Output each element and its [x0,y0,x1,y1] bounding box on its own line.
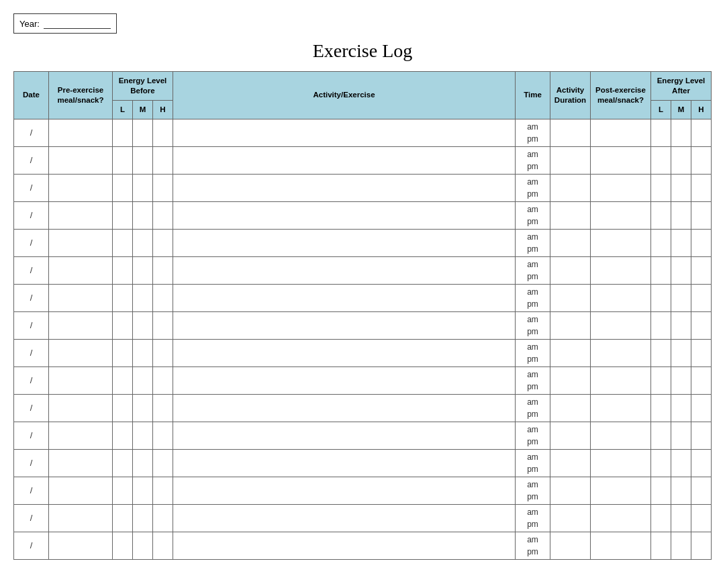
date-cell[interactable]: / [14,256,49,284]
pre-meal-cell[interactable] [49,174,113,201]
time-cell[interactable]: ampm [516,174,550,201]
post-meal-cell[interactable] [591,422,651,449]
pre-meal-cell[interactable] [49,201,113,229]
l-after-cell[interactable] [651,201,671,229]
pre-meal-cell[interactable] [49,366,113,394]
h-after-cell[interactable] [691,174,712,201]
pre-meal-cell[interactable] [49,146,113,174]
date-cell[interactable]: / [14,339,49,366]
h-before-cell[interactable] [153,119,173,146]
m-before-cell[interactable] [133,366,153,394]
m-after-cell[interactable] [671,229,691,256]
duration-cell[interactable] [550,477,591,504]
post-meal-cell[interactable] [591,394,651,422]
m-before-cell[interactable] [133,119,153,146]
duration-cell[interactable] [550,504,591,532]
m-before-cell[interactable] [133,174,153,201]
m-before-cell[interactable] [133,422,153,449]
h-after-cell[interactable] [691,146,712,174]
duration-cell[interactable] [550,229,591,256]
l-after-cell[interactable] [651,394,671,422]
h-before-cell[interactable] [153,284,173,311]
time-cell[interactable]: ampm [516,366,550,394]
time-cell[interactable]: ampm [516,256,550,284]
h-before-cell[interactable] [153,311,173,339]
h-before-cell[interactable] [153,146,173,174]
m-after-cell[interactable] [671,339,691,366]
duration-cell[interactable] [550,284,591,311]
l-before-cell[interactable] [113,119,133,146]
h-before-cell[interactable] [153,256,173,284]
l-before-cell[interactable] [113,449,133,477]
l-before-cell[interactable] [113,174,133,201]
h-before-cell[interactable] [153,339,173,366]
m-after-cell[interactable] [671,366,691,394]
post-meal-cell[interactable] [591,201,651,229]
m-after-cell[interactable] [671,311,691,339]
h-before-cell[interactable] [153,532,173,559]
l-before-cell[interactable] [113,229,133,256]
time-cell[interactable]: ampm [516,119,550,146]
m-before-cell[interactable] [133,477,153,504]
l-after-cell[interactable] [651,146,671,174]
activity-cell[interactable] [173,504,516,532]
duration-cell[interactable] [550,174,591,201]
post-meal-cell[interactable] [591,284,651,311]
m-before-cell[interactable] [133,449,153,477]
time-cell[interactable]: ampm [516,422,550,449]
h-after-cell[interactable] [691,477,712,504]
time-cell[interactable]: ampm [516,394,550,422]
h-after-cell[interactable] [691,256,712,284]
date-cell[interactable]: / [14,201,49,229]
l-before-cell[interactable] [113,532,133,559]
activity-cell[interactable] [173,532,516,559]
date-cell[interactable]: / [14,532,49,559]
h-after-cell[interactable] [691,119,712,146]
pre-meal-cell[interactable] [49,532,113,559]
l-after-cell[interactable] [651,119,671,146]
post-meal-cell[interactable] [591,449,651,477]
h-before-cell[interactable] [153,174,173,201]
m-after-cell[interactable] [671,449,691,477]
l-after-cell[interactable] [651,477,671,504]
date-cell[interactable]: / [14,422,49,449]
h-after-cell[interactable] [691,339,712,366]
activity-cell[interactable] [173,311,516,339]
l-after-cell[interactable] [651,449,671,477]
h-before-cell[interactable] [153,366,173,394]
m-after-cell[interactable] [671,394,691,422]
time-cell[interactable]: ampm [516,339,550,366]
l-before-cell[interactable] [113,366,133,394]
l-before-cell[interactable] [113,201,133,229]
duration-cell[interactable] [550,394,591,422]
activity-cell[interactable] [173,449,516,477]
pre-meal-cell[interactable] [49,477,113,504]
activity-cell[interactable] [173,146,516,174]
activity-cell[interactable] [173,284,516,311]
h-before-cell[interactable] [153,477,173,504]
pre-meal-cell[interactable] [49,449,113,477]
m-after-cell[interactable] [671,146,691,174]
m-after-cell[interactable] [671,504,691,532]
l-after-cell[interactable] [651,311,671,339]
l-before-cell[interactable] [113,477,133,504]
date-cell[interactable]: / [14,477,49,504]
h-before-cell[interactable] [153,449,173,477]
l-after-cell[interactable] [651,366,671,394]
m-before-cell[interactable] [133,284,153,311]
activity-cell[interactable] [173,477,516,504]
time-cell[interactable]: ampm [516,201,550,229]
date-cell[interactable]: / [14,504,49,532]
pre-meal-cell[interactable] [49,119,113,146]
m-before-cell[interactable] [133,532,153,559]
m-before-cell[interactable] [133,201,153,229]
l-before-cell[interactable] [113,256,133,284]
duration-cell[interactable] [550,256,591,284]
m-after-cell[interactable] [671,201,691,229]
date-cell[interactable]: / [14,229,49,256]
m-before-cell[interactable] [133,146,153,174]
h-after-cell[interactable] [691,449,712,477]
pre-meal-cell[interactable] [49,394,113,422]
post-meal-cell[interactable] [591,532,651,559]
duration-cell[interactable] [550,532,591,559]
